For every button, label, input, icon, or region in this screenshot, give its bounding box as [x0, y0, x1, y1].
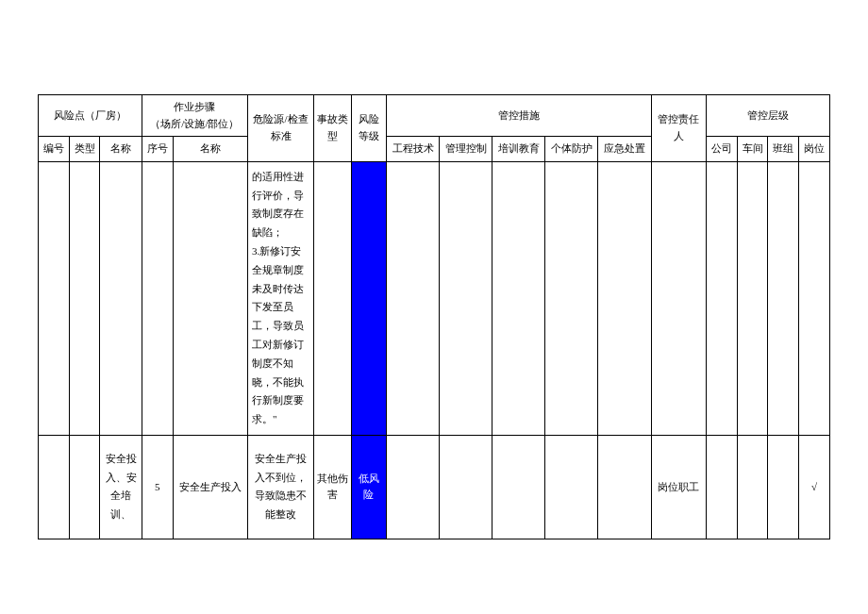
cell-engineering: [387, 161, 440, 435]
header-engineering: 工程技术: [387, 137, 440, 162]
cell-responsible: 岗位职工: [651, 435, 706, 539]
table-header: 风险点（厂房） 作业步骤 （场所/设施/部位） 危险源/检查标准 事故类型 风险…: [39, 95, 830, 162]
cell-seq: 5: [142, 435, 173, 539]
cell-workshop: [737, 161, 768, 435]
cell-seq: [142, 161, 173, 435]
cell-hazard-text: 安全生产投入不到位，导致隐患不能整改: [247, 435, 313, 539]
header-seq: 序号: [142, 137, 173, 162]
cell-emergency: [598, 435, 651, 539]
cell-engineering: [387, 435, 440, 539]
cell-ppe: [545, 161, 598, 435]
cell-type: [69, 435, 100, 539]
header-name: 名称: [100, 137, 142, 162]
risk-control-table: 风险点（厂房） 作业步骤 （场所/设施/部位） 危险源/检查标准 事故类型 风险…: [38, 94, 830, 539]
cell-company: [707, 435, 738, 539]
header-accident-type: 事故类型: [314, 95, 352, 162]
table-row: 的适用性进行评价，导致制度存在缺陷； 3.新修订安全规章制度未及时传达下发至员工…: [39, 161, 830, 435]
header-hazard-source: 危险源/检查标准: [247, 95, 313, 162]
header-training: 培训教育: [492, 137, 545, 162]
cell-type: [69, 161, 100, 435]
cell-name: [100, 161, 142, 435]
header-responsible: 管控责任人: [651, 95, 706, 162]
header-ppe: 个体防护: [545, 137, 598, 162]
cell-team: [768, 161, 799, 435]
cell-position: [799, 161, 830, 435]
header-position: 岗位: [799, 137, 830, 162]
header-emergency: 应急处置: [598, 137, 651, 162]
header-step-name: 名称: [173, 137, 247, 162]
cell-responsible: [651, 161, 706, 435]
cell-number: [39, 435, 70, 539]
cell-management: [440, 161, 492, 435]
cell-hazard-text: 的适用性进行评价，导致制度存在缺陷； 3.新修订安全规章制度未及时传达下发至员工…: [247, 161, 313, 435]
header-team: 班组: [768, 137, 799, 162]
cell-number: [39, 161, 70, 435]
cell-training: [492, 161, 545, 435]
cell-management: [440, 435, 492, 539]
cell-team: [768, 435, 799, 539]
header-workshop: 车间: [737, 137, 768, 162]
cell-step-name: [173, 161, 247, 435]
header-type: 类型: [69, 137, 100, 162]
cell-position: √: [799, 435, 830, 539]
cell-ppe: [545, 435, 598, 539]
cell-accident-type: 其他伤害: [314, 435, 352, 539]
header-management: 管理控制: [440, 137, 492, 162]
cell-step-name: 安全生产投入: [173, 435, 247, 539]
cell-company: [707, 161, 738, 435]
header-work-step: 作业步骤 （场所/设施/部位）: [142, 95, 247, 137]
header-risk-point: 风险点（厂房）: [39, 95, 142, 137]
cell-name: 安全投入、安全培训、: [100, 435, 142, 539]
cell-risk-level: [351, 161, 386, 435]
header-control-level: 管控层级: [707, 95, 830, 137]
cell-emergency: [598, 161, 651, 435]
cell-workshop: [737, 435, 768, 539]
cell-risk-level: 低风险: [351, 435, 386, 539]
table-row: 安全投入、安全培训、 5 安全生产投入 安全生产投入不到位，导致隐患不能整改 其…: [39, 435, 830, 539]
header-risk-level: 风险等级: [351, 95, 386, 162]
header-company: 公司: [707, 137, 738, 162]
header-control-measures: 管控措施: [387, 95, 651, 137]
cell-accident-type: [314, 161, 352, 435]
header-number: 编号: [39, 137, 70, 162]
cell-training: [492, 435, 545, 539]
